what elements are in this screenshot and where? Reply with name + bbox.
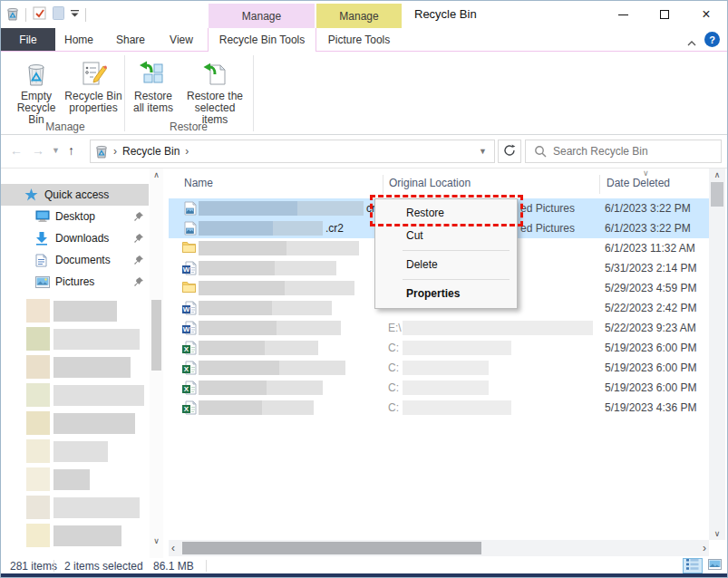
scroll-left-icon[interactable]: ‹ [171, 542, 175, 554]
redacted-label [53, 385, 144, 406]
item-count: 281 items [10, 560, 57, 573]
redacted-location [403, 381, 489, 395]
scroll-right-icon[interactable]: › [703, 542, 706, 554]
tab-share[interactable]: Share [107, 28, 154, 51]
table-row[interactable]: XC:5/19/2023 6:00 PM [169, 338, 709, 358]
column-header-name[interactable]: Name [184, 177, 213, 189]
redacted-location [403, 400, 511, 415]
date-deleted-cell: 5/19/2023 6:00 PM [605, 361, 696, 374]
recycle-bin-properties-button[interactable]: Recycle Bin properties [64, 56, 122, 114]
recent-locations-chevron-icon[interactable]: ▼ [52, 146, 60, 155]
toolbar-dropdown-icon[interactable] [71, 8, 79, 21]
sidebar-item-label: Pictures [55, 275, 94, 288]
restore-all-items-button[interactable]: Restore all items [128, 56, 179, 114]
refresh-icon [503, 144, 516, 159]
tab-view[interactable]: View [160, 28, 203, 51]
context-menu-item-cut[interactable]: Cut [375, 225, 517, 247]
context-menu-item-properties[interactable]: Properties [375, 283, 517, 305]
redacted-label [53, 441, 108, 462]
date-deleted-cell: 6/1/2023 3:22 PM [605, 202, 691, 215]
pin-icon [133, 211, 144, 225]
search-input[interactable]: Search Recycle Bin [525, 140, 722, 163]
maximize-button[interactable] [645, 1, 684, 28]
original-location-drive: C: [388, 361, 399, 374]
horizontal-scrollbar[interactable]: ‹ › [169, 540, 709, 556]
redacted-file-name [199, 381, 323, 395]
sidebar-redacted-item [1, 494, 149, 522]
redacted-label [53, 329, 140, 350]
tab-picture-tools[interactable]: Picture Tools [316, 28, 402, 51]
column-header-date-deleted[interactable]: Date Deleted [607, 177, 670, 189]
sidebar-item-downloads[interactable]: Downloads [1, 227, 149, 249]
sidebar-item-documents[interactable]: Documents [1, 249, 149, 271]
help-button[interactable]: ? [704, 32, 720, 47]
sidebar-item-label: Documents [55, 254, 111, 266]
redacted-file-name [199, 341, 318, 355]
empty-recycle-bin-icon [8, 56, 64, 89]
vertical-scrollbar[interactable]: ∧ ∨ [709, 169, 725, 540]
pin-icon [133, 255, 144, 268]
scroll-down-icon[interactable]: ∨ [709, 529, 725, 538]
contextual-group-picture-tools: Manage [316, 4, 402, 28]
checklist-icon[interactable] [33, 6, 46, 23]
pictures-icon [35, 276, 50, 288]
thumbnails-view-button[interactable] [705, 558, 723, 573]
date-deleted-cell: 5/19/2023 6:00 PM [605, 381, 696, 394]
redacted-folder-icon [26, 299, 50, 323]
navigation-pane: Quick accessDesktopDownloadsDocumentsPic… [1, 169, 167, 558]
forward-arrow-icon[interactable]: → [32, 143, 44, 158]
breadcrumb-item[interactable]: Recycle Bin [122, 145, 180, 158]
tab-home[interactable]: Home [56, 28, 102, 51]
restore-selected-items-button[interactable]: Restore the selected items [180, 56, 249, 126]
scrollbar-thumb[interactable] [182, 542, 481, 554]
sidebar-scrollbar[interactable]: ∧ ∨ [150, 169, 163, 558]
table-row[interactable]: XC:5/19/2023 6:00 PM [169, 358, 709, 378]
table-row[interactable]: WE:\5/22/2023 9:23 AM [169, 318, 709, 338]
redacted-label [53, 413, 135, 434]
up-arrow-icon[interactable]: ↑ [68, 143, 74, 158]
blank-icon[interactable] [53, 6, 64, 23]
thumbnails-view-icon [708, 559, 722, 573]
back-arrow-icon[interactable]: ← [10, 143, 23, 158]
table-row[interactable]: XC:5/19/2023 4:36 PM [169, 398, 709, 418]
breadcrumb-separator: › [185, 145, 189, 158]
excel-file-icon: X [182, 381, 197, 395]
empty-recycle-bin-button[interactable]: Empty Recycle Bin [8, 56, 64, 126]
desktop-icon [35, 210, 50, 223]
breadcrumb[interactable]: › Recycle Bin › ▼ [90, 140, 495, 163]
scrollbar-thumb[interactable] [711, 182, 723, 207]
context-menu-item-delete[interactable]: Delete [375, 254, 517, 276]
table-row[interactable]: XC:5/19/2023 6:00 PM [169, 378, 709, 398]
minimize-button[interactable] [603, 1, 643, 28]
date-deleted-cell: 5/19/2023 6:00 PM [605, 342, 696, 354]
scroll-up-icon[interactable]: ∧ [709, 170, 725, 179]
group-label-restore: Restore [128, 120, 249, 133]
sidebar-item-pictures[interactable]: Pictures [1, 271, 149, 293]
refresh-button[interactable] [498, 140, 521, 163]
tab-recycle-bin-tools[interactable]: Recycle Bin Tools [208, 28, 316, 52]
redacted-file-name [199, 361, 345, 375]
redacted-folder-icon [26, 467, 50, 491]
column-divider [599, 175, 600, 194]
collapse-ribbon-icon[interactable] [687, 36, 696, 49]
tab-file[interactable]: File [1, 28, 55, 51]
status-divider [206, 560, 207, 572]
sidebar-item-desktop[interactable]: Desktop [1, 206, 149, 227]
quick-access-toolbar [6, 5, 86, 24]
selection-count: 2 items selected [64, 560, 143, 573]
svg-text:X: X [184, 345, 189, 353]
scroll-down-icon[interactable]: ∨ [150, 536, 163, 545]
sidebar-item-quick-access[interactable]: Quick access [1, 184, 149, 206]
address-bar: ← → ▼ ↑ › Recycle Bin › ▼ Search Recycle… [1, 135, 727, 169]
redacted-file-name [199, 321, 341, 335]
sidebar-redacted-item [1, 438, 149, 466]
details-view-button[interactable] [683, 558, 703, 573]
scrollbar-thumb[interactable] [151, 300, 161, 371]
star-icon [24, 188, 38, 202]
menu-separator [403, 250, 510, 251]
column-header-original-location[interactable]: Original Location [389, 177, 471, 189]
scroll-up-icon[interactable]: ∧ [150, 170, 163, 179]
recycle-bin-icon [6, 6, 19, 24]
close-button[interactable]: × [686, 1, 726, 28]
chevron-down-icon[interactable]: ▼ [479, 147, 487, 156]
